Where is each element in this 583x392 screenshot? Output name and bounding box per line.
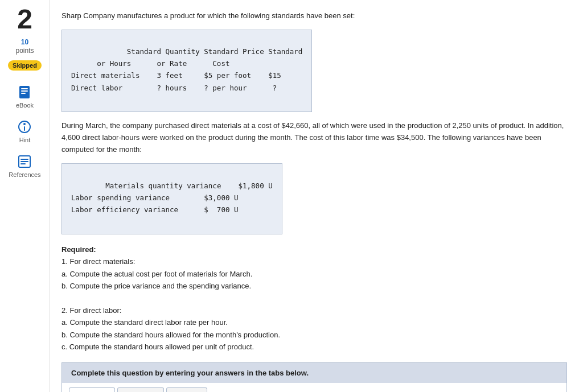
tabs-row: Req 1A Req 1B Req 2 <box>62 383 566 392</box>
main-content: Sharp Company manufactures a product for… <box>50 0 583 392</box>
svg-point-5 <box>23 123 26 125</box>
variances-table: Materials quantity variance $1,800 U Lab… <box>61 163 282 234</box>
ebook-label: eBook <box>16 102 34 109</box>
required-item-2a: a. Compute the standard direct labor rat… <box>61 318 228 327</box>
body-text: During March, the company purchased dire… <box>61 120 567 155</box>
standards-table: Standard Quantity Standard Price Standar… <box>61 30 312 113</box>
complete-question-box: Complete this question by entering your … <box>61 362 567 392</box>
book-icon <box>17 84 32 100</box>
standards-table-header: Standard Quantity Standard Price Standar… <box>71 47 302 92</box>
svg-rect-8 <box>20 159 28 160</box>
svg-rect-3 <box>21 93 26 94</box>
hint-icon <box>17 119 32 135</box>
variances-table-content: Materials quantity variance $1,800 U Lab… <box>71 167 273 228</box>
sidebar-tool-hint[interactable]: Hint <box>17 119 32 143</box>
required-heading: Required: <box>61 245 96 254</box>
standards-table-content: Standard Quantity Standard Price Standar… <box>71 34 302 106</box>
svg-rect-9 <box>20 161 28 162</box>
svg-rect-10 <box>20 163 26 164</box>
tab-req1b[interactable]: Req 1B <box>117 387 163 392</box>
sidebar: 2 10 points Skipped eBook <box>0 0 50 392</box>
required-item-2: 2. For direct labor: <box>61 306 122 315</box>
points-value: 10 <box>21 38 28 46</box>
tab-req2[interactable]: Req 2 <box>166 387 208 392</box>
required-item-1b: b. Compute the price variance and the sp… <box>61 282 251 290</box>
sidebar-tool-ebook[interactable]: eBook <box>16 84 34 109</box>
svg-rect-6 <box>24 126 25 131</box>
required-item-1a: a. Compute the actual cost per foot of m… <box>61 270 252 278</box>
references-label: References <box>9 171 40 178</box>
question-number: 2 <box>17 6 32 33</box>
hint-label: Hint <box>19 137 31 143</box>
svg-rect-2 <box>21 90 28 92</box>
points-label: points <box>15 47 34 55</box>
required-section: Required: 1. For direct materials: a. Co… <box>61 244 567 353</box>
sidebar-tool-references[interactable]: References <box>9 154 40 178</box>
references-icon <box>17 154 32 170</box>
tab-req1a[interactable]: Req 1A <box>69 387 115 392</box>
required-item-2b: b. Compute the standard hours allowed fo… <box>61 331 280 339</box>
skipped-badge: Skipped <box>8 60 42 71</box>
svg-rect-0 <box>19 86 30 98</box>
intro-text: Sharp Company manufactures a product for… <box>61 10 567 22</box>
svg-rect-1 <box>21 88 28 89</box>
required-item-2c: c. Compute the standard hours allowed pe… <box>61 343 254 351</box>
sidebar-tools: eBook Hint References <box>9 84 40 178</box>
variances-table-rows: Materials quantity variance $1,800 U Lab… <box>71 181 273 214</box>
complete-box-header: Complete this question by entering your … <box>62 363 566 383</box>
required-item-1: 1. For direct materials: <box>61 257 135 266</box>
